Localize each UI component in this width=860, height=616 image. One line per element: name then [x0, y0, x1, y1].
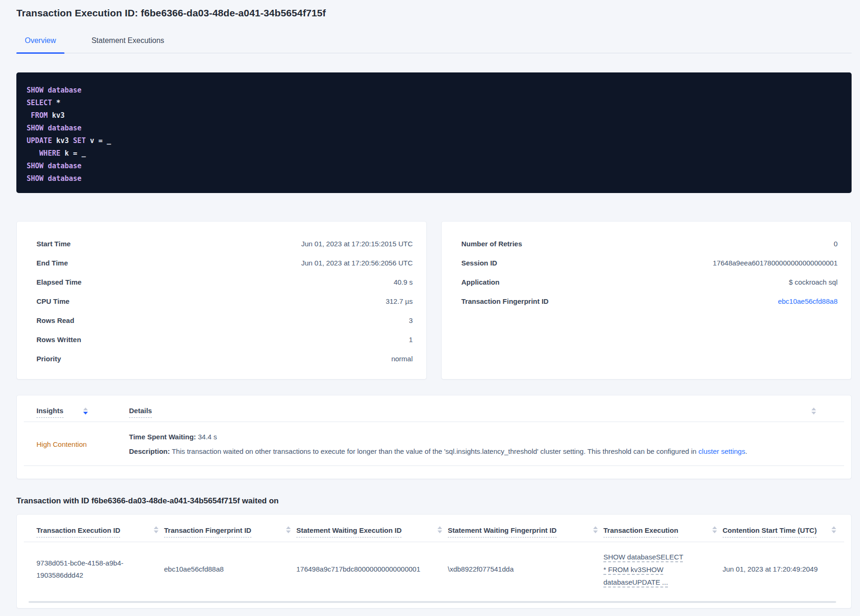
detail-value: 17648a9eea6017800000000000000001 [713, 259, 838, 267]
detail-row-session-id: Session ID 17648a9eea6017800000000000000… [461, 253, 838, 272]
tab-statement-executions[interactable]: Statement Executions [83, 36, 173, 53]
sql-line: SHOW database [27, 122, 842, 135]
detail-label: End Time [36, 259, 68, 267]
transaction-details-page: Transaction Execution ID: f6be6366-da03-… [0, 0, 860, 616]
sql-line: UPDATE kv3 SET v = _ [27, 135, 842, 147]
sort-icon[interactable] [831, 526, 836, 536]
cluster-settings-link[interactable]: cluster settings [698, 447, 745, 455]
detail-label: Rows Read [36, 316, 74, 324]
description-end: . [745, 447, 747, 455]
detail-value: Jun 01, 2023 at 17:20:56:2056 UTC [301, 259, 413, 267]
detail-label: Start Time [36, 240, 71, 248]
insights-table-header: Insights Details [17, 395, 851, 418]
detail-row-start-time: Start Time Jun 01, 2023 at 17:20:15:2015… [36, 234, 413, 253]
column-header-statement-waiting-execution-id[interactable]: Statement Waiting Execution ID [296, 526, 448, 537]
cell-transaction-fingerprint-id: ebc10ae56cfd88a8 [164, 563, 296, 575]
cell-contention-start-time: Jun 01, 2023 at 17:20:49:2049 [723, 563, 842, 575]
sort-icon[interactable] [593, 526, 598, 536]
insights-column-header[interactable]: Insights [36, 407, 129, 418]
execution-details-card: Start Time Jun 01, 2023 at 17:20:15:2015… [16, 221, 427, 380]
tab-bar: Overview Statement Executions [16, 36, 852, 53]
detail-label: CPU Time [36, 297, 70, 305]
column-header-label[interactable]: Transaction Execution [603, 526, 678, 537]
detail-row-number-of-retries: Number of Retries 0 [461, 234, 838, 253]
description-label: Description: [129, 447, 170, 455]
detail-label: Elapsed Time [36, 278, 81, 286]
sort-icon[interactable] [286, 526, 291, 536]
detail-value: 3 [409, 316, 413, 324]
waited-on-table-header: Transaction Execution ID Transaction Fin… [17, 515, 851, 537]
column-header-transaction-execution-id[interactable]: Transaction Execution ID [36, 526, 164, 537]
transaction-fingerprint-link[interactable]: ebc10ae56cfd88a8 [778, 297, 838, 305]
detail-row-application: Application $ cockroach sql [461, 272, 838, 292]
detail-label: Session ID [461, 259, 497, 267]
transaction-execution-statement-link[interactable]: SHOW databaseSELECT * FROM kv3SHOW datab… [603, 551, 685, 588]
column-header-label[interactable]: Contention Start Time (UTC) [723, 526, 817, 537]
column-header-label[interactable]: Statement Waiting Fingerprint ID [448, 526, 557, 537]
cell-transaction-execution-id: 9738d051-bc0e-4158-a9b4-1903586ddd42 [36, 557, 164, 581]
cell-statement-waiting-execution-id: 176498a9c717bdc80000000000000001 [296, 563, 448, 575]
insights-header-label[interactable]: Insights [36, 407, 64, 418]
description-text: This transaction waited on other transac… [170, 447, 699, 455]
detail-row-rows-written: Rows Written 1 [36, 330, 413, 349]
insight-details: Time Spent Waiting: 34.4 s Description: … [129, 430, 828, 458]
column-header-label[interactable]: Transaction Execution ID [36, 526, 120, 537]
session-details-card: Number of Retries 0 Session ID 17648a9ee… [441, 221, 852, 380]
time-spent-waiting-value: 34.4 s [196, 433, 217, 441]
detail-label: Number of Retries [461, 240, 522, 248]
column-header-label[interactable]: Transaction Fingerprint ID [164, 526, 251, 537]
tab-overview[interactable]: Overview [16, 36, 64, 53]
detail-value: $ cockroach sql [789, 278, 838, 286]
horizontal-scrollbar[interactable] [29, 601, 836, 603]
insight-row: High Contention Time Spent Waiting: 34.4… [17, 422, 851, 458]
insight-type-badge: High Contention [36, 430, 129, 458]
insight-description: Description: This transaction waited on … [129, 444, 828, 458]
detail-value: 312.7 µs [386, 297, 413, 305]
sort-icon[interactable] [437, 526, 442, 536]
time-spent-waiting: Time Spent Waiting: 34.4 s [129, 430, 828, 444]
waited-on-table-row: 9738d051-bc0e-4158-a9b4-1903586ddd42 ebc… [17, 542, 851, 595]
time-spent-waiting-label: Time Spent Waiting: [129, 433, 196, 441]
sql-line: SELECT * [27, 97, 842, 109]
sort-icon[interactable] [712, 526, 717, 536]
detail-label: Application [461, 278, 500, 286]
detail-value: 1 [409, 336, 413, 344]
detail-row-cpu-time: CPU Time 312.7 µs [36, 292, 413, 311]
page-title: Transaction Execution ID: f6be6366-da03-… [16, 7, 326, 19]
cell-transaction-execution: SHOW databaseSELECT * FROM kv3SHOW datab… [603, 551, 723, 588]
detail-row-end-time: End Time Jun 01, 2023 at 17:20:56:2056 U… [36, 253, 413, 272]
detail-value: Jun 01, 2023 at 17:20:15:2015 UTC [301, 240, 413, 248]
cell-statement-waiting-fingerprint-id: \xdb8922f077541dda [448, 563, 603, 575]
column-header-transaction-execution[interactable]: Transaction Execution [603, 526, 723, 537]
detail-label: Transaction Fingerprint ID [461, 297, 549, 305]
column-header-contention-start-time[interactable]: Contention Start Time (UTC) [723, 526, 842, 537]
column-header-transaction-fingerprint-id[interactable]: Transaction Fingerprint ID [164, 526, 296, 537]
detail-row-transaction-fingerprint-id: Transaction Fingerprint ID ebc10ae56cfd8… [461, 292, 838, 311]
detail-row-elapsed-time: Elapsed Time 40.9 s [36, 272, 413, 292]
divider [24, 466, 844, 466]
sql-statements-box: SHOW databaseSELECT * FROM kv3SHOW datab… [16, 72, 852, 193]
waited-on-heading: Transaction with ID f6be6366-da03-48de-a… [16, 496, 279, 506]
sql-line: SHOW database [27, 160, 842, 172]
detail-row-rows-read: Rows Read 3 [36, 311, 413, 330]
sql-line: WHERE k = _ [27, 147, 842, 160]
sql-line: SHOW database [27, 172, 842, 185]
insights-card: Insights Details High Contention Time Sp… [16, 395, 852, 479]
details-column-header[interactable]: Details [129, 407, 152, 418]
detail-row-priority: Priority normal [36, 349, 413, 368]
detail-value: normal [391, 355, 413, 363]
sort-icon[interactable] [83, 408, 88, 417]
sql-line: SHOW database [27, 84, 842, 97]
column-header-statement-waiting-fingerprint-id[interactable]: Statement Waiting Fingerprint ID [448, 526, 603, 537]
sql-line: FROM kv3 [27, 109, 842, 122]
detail-value: 0 [834, 240, 838, 248]
column-header-label[interactable]: Statement Waiting Execution ID [296, 526, 401, 537]
details-header-label[interactable]: Details [129, 407, 152, 418]
waited-on-table-card: Transaction Execution ID Transaction Fin… [16, 514, 852, 609]
sort-icon[interactable] [811, 408, 816, 417]
detail-label: Priority [36, 355, 61, 363]
sort-icon[interactable] [154, 526, 158, 536]
detail-value: 40.9 s [394, 278, 413, 286]
detail-label: Rows Written [36, 336, 81, 344]
